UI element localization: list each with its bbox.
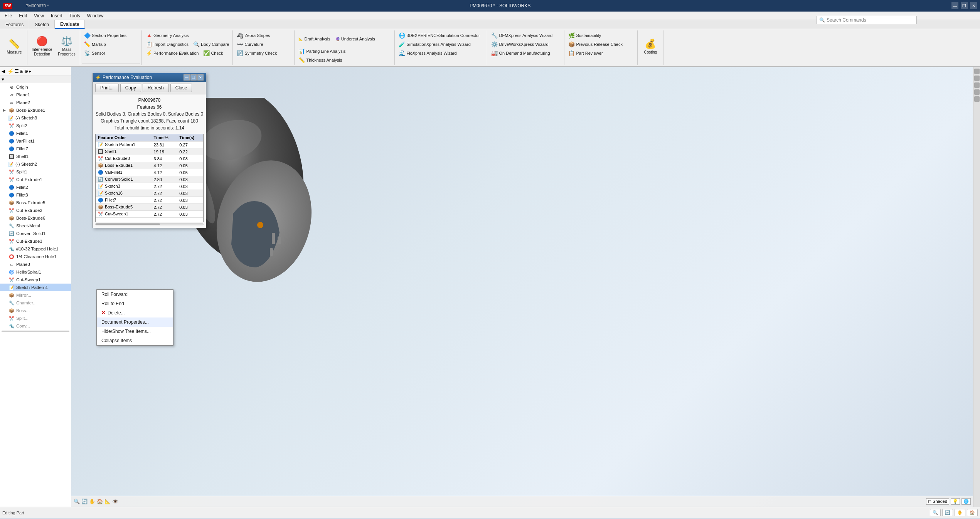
sidebar-item-convert-solid1[interactable]: 🔄 Convert-Solid1 — [0, 230, 71, 237]
sidebar-item-shell1[interactable]: 🔲 Shell1 — [0, 153, 71, 160]
realview-btn[interactable]: 🌐 — [961, 498, 971, 505]
costing-button[interactable]: 💰 Costing — [639, 31, 662, 61]
sidebar-item-misc2[interactable]: 🔧 Chamfer... — [0, 299, 71, 307]
ondemand-button[interactable]: 🏭 On Demand Manufacturing — [489, 49, 552, 57]
sidebar-item-sketch3[interactable]: 📝 (-) Sketch3 — [0, 114, 71, 122]
bottom-home[interactable]: 🏠 — [967, 509, 978, 516]
geometry-analysis-button[interactable]: 🔺 Geometry Analysis — [143, 31, 191, 40]
mass-properties-button[interactable]: ⚖️ MassProperties — [55, 31, 78, 61]
table-row[interactable]: 🔄Convert-Solid12.800.03 — [96, 176, 203, 183]
context-roll-forward[interactable]: Roll Forward — [97, 290, 173, 299]
sidebar-item-plane3[interactable]: ▱ Plane3 — [0, 260, 71, 268]
curvature-button[interactable]: 〰️ Curvature — [234, 40, 265, 49]
dialog-print-btn[interactable]: Print... — [95, 84, 119, 92]
bottom-pan[interactable]: ✋ — [955, 509, 965, 516]
sidebar-item-misc5[interactable]: 🔩 Conv... — [0, 322, 71, 330]
zebra-stripes-button[interactable]: 🦓 Zebra Stripes — [234, 31, 272, 40]
interference-detection-button[interactable]: 🔴 InterferenceDetection — [29, 31, 55, 61]
close-button[interactable]: ✕ — [970, 2, 977, 9]
dialog-refresh-btn[interactable]: Refresh — [143, 84, 169, 92]
lights-btn[interactable]: 💡 — [951, 498, 960, 505]
driveworks-button[interactable]: ⚙️ DriveWorksXpress Wizard — [489, 40, 550, 49]
sidebar-item-split2[interactable]: ✂️ Split2 — [0, 122, 71, 129]
minimize-button[interactable]: — — [951, 2, 958, 9]
right-panel-btn2[interactable] — [974, 76, 980, 81]
sidebar-item-tapped-hole1[interactable]: 🔩 #10-32 Tapped Hole1 — [0, 245, 71, 253]
sustainability-button[interactable]: 🌿 Sustainability — [566, 31, 603, 40]
dialog-close-btn[interactable]: ✕ — [197, 74, 204, 81]
sidebar-item-cut-sweep1[interactable]: ✂️ Cut-Sweep1 — [0, 276, 71, 284]
bottom-zoom-fit[interactable]: 🔍 — [930, 509, 941, 516]
undercut-analysis-button[interactable]: 🔮 Undercut Analysis — [333, 31, 377, 47]
sidebar-item-fillet2[interactable]: 🔵 Fillet2 — [0, 183, 71, 191]
sidebar-item-varfillet1[interactable]: 🔵 VarFillet1 — [0, 137, 71, 145]
sidebar-item-origin[interactable]: ⊕ Origin — [0, 83, 71, 91]
sidebar-target-icon[interactable]: ⊕ — [24, 69, 28, 74]
view-orient-icon[interactable]: 📐 — [104, 499, 111, 504]
context-delete[interactable]: ✕ Delete... — [97, 308, 173, 317]
right-panel-btn4[interactable] — [974, 89, 980, 95]
sidebar-item-misc3[interactable]: 📦 Boss... — [0, 307, 71, 314]
sidebar-item-plane1[interactable]: ▱ Plane1 — [0, 91, 71, 99]
sidebar-item-boss-extrude6[interactable]: 📦 Boss-Extrude6 — [0, 214, 71, 222]
table-row[interactable]: 🔲Shell119.190.22 — [96, 148, 203, 155]
sidebar-item-fillet1[interactable]: 🔵 Fillet1 — [0, 129, 71, 137]
menu-window[interactable]: Window — [84, 12, 107, 19]
table-row[interactable]: 📦Boss-Extrude14.120.05 — [96, 162, 203, 169]
sidebar-item-fillet7[interactable]: 🔵 Fillet7 — [0, 145, 71, 153]
table-row[interactable]: 🔵VarFillet14.120.05 — [96, 169, 203, 176]
performance-evaluation-dialog[interactable]: ⚡ Performance Evaluation — ❐ ✕ Print... … — [93, 73, 206, 228]
sidebar-item-clearance-hole1[interactable]: ⭕ 1/4 Clearance Hole1 — [0, 253, 71, 260]
dfmxpress-button[interactable]: 🔧 DFMXpress Analysis Wizard — [489, 31, 554, 40]
sidebar-item-misc1[interactable]: 📦 Mirror... — [0, 291, 71, 299]
body-compare-button[interactable]: 🔍 Body Compare — [191, 40, 231, 49]
floxpress-button[interactable]: 🌊 FloXpress Analysis Wizard — [396, 49, 458, 57]
sidebar-item-boss-extrude5[interactable]: 📦 Boss-Extrude5 — [0, 199, 71, 207]
table-row[interactable]: 📝Sketch162.720.03 — [96, 190, 203, 197]
pan-icon[interactable]: ✋ — [89, 499, 95, 504]
sidebar-item-fillet3[interactable]: 🔵 Fillet3 — [0, 191, 71, 199]
sidebar-filter-icon[interactable]: ⚡ — [7, 68, 14, 74]
sidebar-list-icon[interactable]: ☰ — [15, 69, 19, 74]
3dexperience-button[interactable]: 🌐 3DEXPERIENCESimulation Connector — [396, 31, 482, 40]
draft-analysis-button[interactable]: 📐 Draft Analysis — [296, 31, 332, 47]
sidebar-more-icon[interactable]: ▸ — [29, 69, 31, 74]
table-row[interactable]: 📝Sketch-Pattern123.310.27 — [96, 141, 203, 148]
sidebar-item-boss-extrude1[interactable]: ▶ 📦 Boss-Extrude1 — [0, 106, 71, 114]
sidebar-item-sketch-pattern1[interactable]: 📝 Sketch-Pattern1 — [0, 284, 71, 291]
menu-edit[interactable]: Edit — [16, 12, 30, 19]
right-panel-btn3[interactable] — [974, 82, 980, 88]
table-row[interactable]: 📦Boss-Extrude52.720.03 — [96, 204, 203, 211]
tab-evaluate[interactable]: Evaluate — [55, 20, 85, 29]
sidebar-item-plane2[interactable]: ▱ Plane2 — [0, 99, 71, 106]
dialog-close-btn2[interactable]: Close — [170, 84, 192, 92]
context-hide-show[interactable]: Hide/Show Tree Items... — [97, 327, 173, 336]
sidebar-item-misc4[interactable]: ✂️ Split... — [0, 314, 71, 322]
display-style-icon[interactable]: 👁️ — [112, 499, 118, 504]
table-row[interactable]: 📝Sketch32.720.03 — [96, 183, 203, 190]
right-panel-btn5[interactable] — [974, 96, 980, 102]
sidebar-collapse-icon[interactable]: ◀ — [2, 69, 5, 74]
table-row[interactable]: ✂️Cut-Sweep12.720.03 — [96, 211, 203, 218]
sidebar-grid-icon[interactable]: ⊞ — [20, 69, 24, 74]
right-panel-btn1[interactable] — [974, 69, 980, 74]
tab-sketch[interactable]: Sketch — [29, 20, 55, 29]
bottom-rotate[interactable]: 🔄 — [942, 509, 953, 516]
import-diagnostics-button[interactable]: 📋 Import Diagnostics — [143, 40, 190, 49]
table-row[interactable]: ✂️Cut-Extrude36.840.08 — [96, 155, 203, 162]
dialog-copy-btn[interactable]: Copy — [120, 84, 141, 92]
zoom-to-fit-icon[interactable]: 🔍 — [74, 499, 80, 504]
sidebar-item-cut-extrude1[interactable]: ✂️ Cut-Extrude1 — [0, 176, 71, 183]
home-view-icon[interactable]: 🏠 — [97, 499, 103, 504]
display-mode-btn[interactable]: ◻ Shaded — [926, 498, 949, 505]
table-row[interactable]: 🔵Fillet72.720.03 — [96, 197, 203, 204]
dialog-table-container[interactable]: Feature Order Time % Time(s) 📝Sketch-Pat… — [95, 134, 204, 222]
viewport[interactable]: 🔍 🔄 ✋ 🏠 📐 👁️ ◻ Shaded 💡 🌐 ⚡ Performance … — [71, 67, 973, 507]
sidebar-item-helix-spiral1[interactable]: 🌀 Helix/Spiral1 — [0, 268, 71, 276]
rotate-view-icon[interactable]: 🔄 — [81, 499, 88, 504]
previous-release-check-button[interactable]: 📦 Previous Release Check — [566, 40, 624, 49]
thickness-analysis-button[interactable]: 📏 Thickness Analysis — [296, 56, 344, 64]
sidebar-item-cut-extrude3[interactable]: ✂️ Cut-Extrude3 — [0, 237, 71, 245]
performance-evaluation-button[interactable]: ⚡ Performance Evaluation — [143, 49, 200, 57]
context-document-properties[interactable]: Document Properties... — [97, 317, 173, 327]
